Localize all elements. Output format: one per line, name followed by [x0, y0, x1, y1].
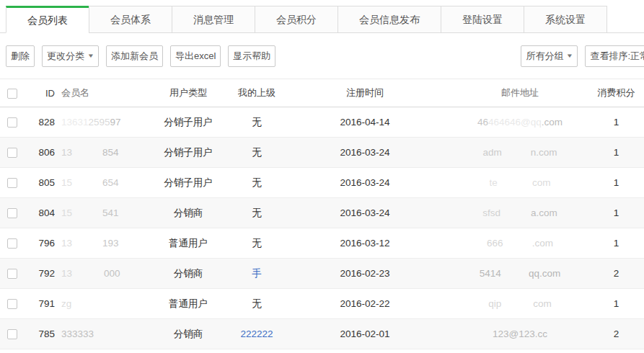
upline-link[interactable]: 222222 — [240, 329, 273, 339]
cell-member-name: 15654 — [55, 177, 141, 188]
redacted-text-fragment: 15 — [61, 177, 72, 188]
redacted-text-fragment: 193 — [102, 238, 119, 249]
cell-email: tecom — [451, 177, 588, 188]
cell-user-type: 分销商 — [141, 267, 235, 280]
cell-points: 1 — [588, 177, 644, 188]
header-points: 消费积分 — [588, 86, 644, 99]
cell-id: 792 — [26, 268, 55, 279]
redacted-text-fragment: 13631 — [61, 117, 89, 128]
cell-member-name: 333333 — [55, 329, 141, 339]
header-label: 消费积分 — [598, 87, 635, 98]
export-excel-button[interactable]: 导出excel — [170, 45, 221, 67]
cell-user-type: 分销商 — [141, 207, 235, 220]
row-checkbox[interactable] — [7, 148, 17, 158]
toolbar-left: 删除更改分类▼添加新会员导出excel显示帮助 — [6, 45, 275, 67]
cell-email: qipcom — [451, 298, 588, 309]
tab-bar: 会员列表会员体系消息管理会员积分会员信息发布登陆设置系统设置 — [0, 0, 644, 33]
redacted-text-fragment: 13 — [61, 147, 72, 158]
row-checkbox[interactable] — [7, 329, 17, 339]
toolbar-right: 所有分组▼查看排序:正常排序 — [521, 45, 644, 67]
all-groups-dropdown[interactable]: 所有分组▼ — [521, 45, 578, 67]
redacted-text-fragment: .com — [542, 117, 563, 128]
delete-button-label: 删除 — [11, 46, 30, 66]
header-email: 邮件地址 — [451, 86, 588, 99]
table-header: ID会员名用户类型我的上级注册时间邮件地址消费积分 — [0, 79, 644, 107]
cell-register-date: 2016-03-24 — [278, 147, 451, 158]
select-all-checkbox[interactable] — [7, 89, 17, 99]
header-upline: 我的上级 — [235, 86, 278, 99]
table-row: 82813631259597分销子用户无2016-04-1446464646@q… — [0, 107, 644, 138]
add-member-button-label: 添加新会员 — [111, 46, 158, 66]
tab-登陆设置[interactable]: 登陆设置 — [441, 6, 524, 33]
cell-points: 1 — [588, 298, 644, 309]
cell-checkbox — [0, 298, 26, 309]
redacted-text-fragment: sfsd — [482, 207, 500, 218]
cell-member-name: 13631259597 — [55, 117, 141, 128]
table-row: 79613193普通用户无2016-03-12666.com1 — [0, 228, 644, 259]
cell-upline: 无 — [235, 176, 278, 189]
cell-points: 1 — [588, 117, 644, 128]
header-label: ID — [45, 88, 55, 99]
show-help-button-label: 显示帮助 — [233, 46, 270, 66]
cell-email: 46464646@qq.com — [451, 117, 588, 128]
tab-会员信息发布[interactable]: 会员信息发布 — [338, 6, 441, 33]
sort-order-dropdown[interactable]: 查看排序:正常排序 — [585, 45, 644, 67]
show-help-button[interactable]: 显示帮助 — [228, 45, 275, 67]
cell-id: 806 — [26, 147, 55, 158]
upline-link[interactable]: 手 — [252, 268, 262, 279]
upline-text: 无 — [252, 238, 262, 249]
cell-points: 2 — [588, 268, 644, 279]
cell-checkbox — [0, 238, 26, 249]
table-row: 80415541分销商无2016-03-24sfsda.com1 — [0, 198, 644, 228]
upline-text: 无 — [252, 207, 262, 218]
cell-checkbox — [0, 207, 26, 218]
tab-会员体系[interactable]: 会员体系 — [89, 6, 172, 33]
cell-email: 123@123.cc — [451, 329, 588, 339]
redacted-text-fragment: adm — [482, 147, 501, 158]
cell-points: 1 — [588, 147, 644, 158]
table-row: 80515654分销子用户无2016-03-24tecom1 — [0, 168, 644, 198]
redacted-text-fragment: zg — [61, 298, 71, 309]
tab-会员积分[interactable]: 会员积分 — [255, 6, 338, 33]
header-label: 会员名 — [61, 87, 89, 98]
cell-user-type: 分销子用户 — [141, 116, 235, 129]
cell-checkbox — [0, 268, 26, 279]
cell-id: 796 — [26, 238, 55, 249]
cell-upline: 无 — [235, 237, 278, 250]
redacted-text-fragment: 2595 — [89, 117, 110, 128]
cell-user-type: 分销子用户 — [141, 176, 235, 189]
header-label: 用户类型 — [169, 87, 207, 98]
cell-upline: 无 — [235, 298, 278, 310]
cell-upline: 无 — [235, 207, 278, 220]
change-category-button-label: 更改分类 — [47, 46, 84, 66]
redacted-text-fragment: com — [533, 298, 552, 309]
table-row: 791zg普通用户无2016-02-22qipcom1 — [0, 289, 644, 319]
cell-member-name: 13854 — [55, 147, 141, 158]
cell-member-name: zg — [55, 298, 141, 309]
redacted-text-fragment: 46 — [477, 117, 488, 128]
header-checkbox — [0, 87, 26, 99]
tab-会员列表[interactable]: 会员列表 — [6, 6, 89, 33]
redacted-text-fragment: 333333 — [61, 329, 94, 339]
redacted-text-fragment: te — [490, 177, 498, 188]
redacted-text-fragment: 5414 — [480, 268, 501, 279]
row-checkbox[interactable] — [7, 299, 17, 309]
header-label: 注册时间 — [346, 87, 384, 98]
row-checkbox[interactable] — [7, 117, 17, 128]
redacted-text-fragment: a.com — [531, 207, 557, 218]
cell-points: 1 — [588, 238, 644, 249]
tab-系统设置[interactable]: 系统设置 — [524, 6, 607, 33]
cell-id: 805 — [26, 177, 55, 188]
cell-register-date: 2016-03-24 — [278, 177, 451, 188]
row-checkbox[interactable] — [7, 208, 17, 218]
row-checkbox[interactable] — [7, 238, 17, 249]
row-checkbox[interactable] — [7, 269, 17, 279]
redacted-text-fragment: 97 — [110, 117, 121, 128]
add-member-button[interactable]: 添加新会员 — [106, 45, 163, 67]
cell-email: sfsda.com — [451, 207, 588, 218]
tab-消息管理[interactable]: 消息管理 — [172, 6, 255, 33]
delete-button[interactable]: 删除 — [6, 45, 35, 67]
change-category-button[interactable]: 更改分类▼ — [42, 45, 99, 67]
row-checkbox[interactable] — [7, 178, 17, 188]
caret-down-icon: ▼ — [87, 46, 94, 66]
